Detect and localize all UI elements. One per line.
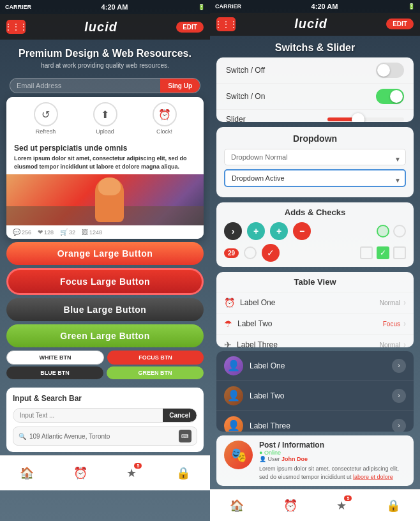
images-count: 1248: [89, 229, 102, 236]
upload-label: Upload: [96, 128, 114, 135]
images-icon: 🖼: [82, 229, 88, 236]
slider-knob[interactable]: [352, 113, 364, 122]
cancel-button[interactable]: Cancel: [163, 409, 197, 422]
comments-count: 256: [22, 229, 31, 236]
right-star-badge: 5: [344, 495, 352, 501]
radio-empty-1[interactable]: [244, 246, 257, 259]
card-stats: 💬 256 ❤ 128 🛒 32 🖼 1248: [6, 225, 204, 239]
slider-track[interactable]: [327, 117, 404, 121]
switch-off-label: Switch / Off: [226, 66, 265, 75]
input-text-row[interactable]: Cancel: [13, 408, 197, 423]
right-status-bar: CARRIER 4:20 AM 🔋: [210, 0, 420, 13]
left-edit-button[interactable]: EDIT: [176, 22, 204, 33]
dark-avatar-2: 👤: [224, 386, 243, 405]
left-grid-icon[interactable]: ⋮⋮⋮: [6, 20, 26, 34]
blue-small-button[interactable]: BLUE BTN: [6, 366, 103, 379]
table-row-1[interactable]: ⏰ Label One Normal ›: [216, 292, 414, 313]
dropdown-title: Dropdown: [224, 133, 406, 144]
left-time: 4:20 AM: [101, 3, 128, 11]
arrow-button[interactable]: ›: [224, 222, 242, 240]
right-panel: CARRIER 4:20 AM 🔋 ⋮⋮⋮ lucid EDIT Switchs…: [210, 0, 420, 521]
right-nav-title: lucid: [294, 17, 327, 31]
dropdown-card: Dropdown Dropdown Normal ▼ Dropdown Acti…: [216, 127, 414, 197]
green-small-button[interactable]: GREEN BTN: [107, 366, 204, 379]
refresh-icon-item[interactable]: ↺ Refresh: [34, 102, 58, 135]
input-text-field[interactable]: [13, 409, 163, 422]
upload-icon-item[interactable]: ⬆ Upload: [93, 102, 117, 135]
left-tab-bar: 🏠 ⏰ ★ 5 🔒: [0, 455, 210, 490]
hero-title: Premium Design & Web Resources.: [10, 47, 200, 59]
email-input[interactable]: [10, 79, 160, 93]
small-buttons-row-2: BLUE BTN GREEN BTN: [6, 366, 204, 379]
table-row-1-icon: ⏰: [224, 298, 235, 308]
card-icons-row: ↺ Refresh ⬆ Upload ⏰ Clock!: [6, 97, 204, 140]
switch-off-row: Switch / Off: [216, 57, 414, 84]
search-row[interactable]: 🔍 ⌨: [13, 427, 197, 446]
white-small-button[interactable]: WHITE BTN: [6, 351, 104, 365]
switches-section-title: Switchs & Slider: [210, 36, 420, 57]
switch-on-label: Switch / On: [226, 92, 265, 101]
minus-button[interactable]: −: [293, 222, 311, 240]
green-check-button[interactable]: ✓: [262, 244, 280, 262]
radio-unchecked-1[interactable]: [377, 225, 389, 238]
dark-table-row-1[interactable]: 👤 Label One ›: [216, 351, 414, 381]
dropdown-normal-select[interactable]: Dropdown Normal: [224, 149, 406, 165]
right-time: 4:20 AM: [311, 3, 338, 10]
refresh-label: Refresh: [36, 128, 56, 135]
left-tab-home[interactable]: 🏠: [20, 466, 34, 480]
switch-on-row: Switch / On: [216, 84, 414, 110]
checkbox-unchecked-1[interactable]: [360, 246, 373, 259]
plus-button[interactable]: +: [247, 222, 265, 240]
right-tab-home[interactable]: 🏠: [230, 499, 244, 513]
signup-button[interactable]: Sing Up: [160, 79, 200, 93]
checkbox-unchecked-2[interactable]: [393, 246, 406, 259]
post-content: Post / Information Online 👤 User John Do…: [259, 441, 406, 481]
radio-unchecked-2[interactable]: [393, 225, 406, 238]
dark-table-row-2[interactable]: 👤 Label Two ›: [216, 381, 414, 411]
switch-card: Switch / Off Switch / On Slider: [216, 57, 414, 122]
toggle-off[interactable]: [376, 63, 404, 78]
dark-arrow-1: ›: [392, 359, 406, 373]
left-tab-star[interactable]: ★ 5: [126, 466, 137, 480]
focus-small-button[interactable]: FOCUS BTN: [107, 351, 204, 365]
plus-button-2[interactable]: +: [270, 222, 288, 240]
search-input[interactable]: [29, 433, 179, 440]
right-tab-star[interactable]: ★ 5: [336, 499, 347, 513]
table-card-light: Table View ⏰ Label One Normal › ☂ Label …: [216, 272, 414, 347]
table-row-3[interactable]: ✈ Label Three Normal ›: [216, 335, 414, 347]
clock-icon-item[interactable]: ⏰ Clock!: [153, 102, 177, 135]
dark-table-label-3: Label Three: [250, 421, 392, 430]
focus-large-button[interactable]: Focus Large Button: [6, 268, 204, 295]
blue-large-button[interactable]: Blue Large Button: [6, 298, 204, 321]
left-star-badge: 5: [134, 463, 142, 469]
slider-row: Slider: [216, 110, 414, 122]
cart-stat: 🛒 32: [60, 229, 75, 236]
right-edit-button[interactable]: EDIT: [386, 19, 414, 29]
left-tab-clock[interactable]: ⏰: [73, 466, 87, 480]
card-title: Sed ut perspiciatis unde omnis: [14, 144, 196, 153]
dark-table-row-3[interactable]: 👤 Label Three ›: [216, 411, 414, 432]
right-grid-icon[interactable]: ⋮⋮⋮: [216, 17, 236, 31]
email-bar[interactable]: Sing Up: [10, 78, 200, 93]
orange-large-button[interactable]: Orange Large Button: [6, 242, 204, 265]
dropdown-normal-wrapper: Dropdown Normal ▼: [224, 149, 406, 169]
green-large-button[interactable]: Green Large Button: [6, 324, 204, 347]
table-row-2-status: Focus: [383, 321, 400, 328]
likes-count: 128: [44, 229, 54, 236]
left-tab-lock[interactable]: 🔒: [176, 466, 190, 480]
right-tab-clock[interactable]: ⏰: [283, 499, 297, 513]
table-row-2-arrow: ›: [403, 319, 406, 328]
toggle-on[interactable]: [376, 89, 404, 104]
post-username: John Doe: [281, 456, 308, 462]
search-action-button[interactable]: ⌨: [179, 430, 191, 442]
table-row-1-label: Label One: [240, 298, 380, 307]
left-nav-title: lucid: [84, 20, 117, 34]
right-tab-lock[interactable]: 🔒: [386, 499, 400, 513]
table-row-2[interactable]: ☂ Label Two Focus ›: [216, 313, 414, 335]
clock-label: Clock!: [156, 128, 172, 135]
number-badge: 29: [224, 248, 239, 258]
checkbox-checked[interactable]: ✓: [377, 246, 389, 259]
post-avatar: 🎭: [224, 441, 253, 469]
dropdown-active-select[interactable]: Dropdown Active: [224, 169, 406, 187]
comments-icon: 💬: [13, 229, 20, 236]
